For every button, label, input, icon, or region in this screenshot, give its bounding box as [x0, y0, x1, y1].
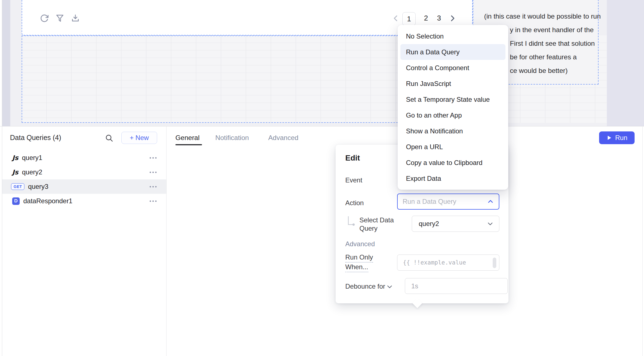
menu-item-export-data[interactable]: Export Data — [400, 171, 505, 186]
debounce-input[interactable] — [405, 278, 508, 294]
data-query-select-value: query2 — [419, 220, 439, 228]
pagination-prev-icon[interactable] — [392, 14, 400, 22]
action-select-dropdown-menu: No Selection Run a Data Query Control a … — [398, 25, 508, 190]
action-select[interactable]: Run a Data Query — [397, 194, 499, 210]
chevron-down-icon[interactable] — [386, 283, 393, 290]
query-name: query2 — [22, 168, 42, 176]
chevron-up-icon — [487, 198, 494, 205]
js-badge: Js — [12, 154, 18, 161]
note-line-1: (in this case it would be possible to ru… — [484, 12, 601, 21]
canvas-left-margin — [2, 0, 10, 126]
canvas-right-margin — [607, 0, 644, 126]
menu-item-set-temporary-state[interactable]: Set a Temporary State value — [400, 91, 505, 107]
popover-title: Edit — [345, 154, 360, 162]
query-list-item-query1[interactable]: Js query1 — [2, 151, 166, 165]
search-icon[interactable] — [105, 134, 114, 143]
run-only-when-input[interactable]: {{ !!example.value — [397, 255, 499, 271]
tab-advanced[interactable]: Advanced — [268, 134, 298, 142]
data-query-select[interactable]: query2 — [412, 216, 499, 232]
event-label: Event — [345, 176, 362, 184]
run-only-when-placeholder: {{ !!example.value — [403, 259, 466, 266]
note-line-5: ce would be better) — [510, 67, 568, 75]
get-badge: GET — [11, 183, 24, 190]
menu-item-no-selection[interactable]: No Selection — [400, 28, 505, 44]
data-queries-title: Data Queries (4) — [10, 134, 61, 142]
play-icon — [606, 135, 612, 141]
new-query-button[interactable]: + New — [121, 132, 157, 144]
run-only-when-label-line1: Run Only — [345, 253, 373, 263]
query-options-icon[interactable] — [150, 157, 157, 159]
menu-item-control-a-component[interactable]: Control a Component — [400, 60, 505, 76]
menu-item-run-javascript[interactable]: Run JavaScript — [400, 76, 505, 91]
select-data-query-label-line1: Select Data — [359, 216, 394, 224]
tree-branch-icon — [347, 216, 356, 228]
action-label: Action — [345, 199, 364, 207]
download-icon[interactable] — [71, 14, 80, 23]
menu-item-show-notification[interactable]: Show a Notification — [400, 123, 505, 139]
menu-item-run-a-data-query[interactable]: Run a Data Query — [400, 44, 505, 60]
select-data-query-label-line2: Query — [359, 225, 377, 232]
datasource-badge: D — [12, 197, 20, 205]
query-name: query3 — [28, 183, 48, 190]
panel-right-divider — [642, 126, 643, 356]
sidebar-divider — [166, 126, 167, 356]
note-line-4: be for other features a — [510, 53, 577, 61]
query-options-icon[interactable] — [150, 172, 157, 173]
run-button-label: Run — [615, 134, 627, 142]
run-query-button[interactable]: Run — [599, 131, 635, 144]
note-line-2: y in the event handler of the — [510, 26, 594, 34]
debounce-label: Debounce for — [345, 283, 385, 290]
left-edge-divider — [2, 0, 2, 356]
chevron-down-icon — [487, 220, 494, 227]
active-tab-underline — [175, 144, 202, 145]
query-list-item-dataresponder1[interactable]: D dataResponder1 — [2, 194, 166, 208]
note-line-3: First I didnt see that solution — [510, 39, 595, 48]
menu-item-go-to-other-app[interactable]: Go to an other App — [400, 107, 505, 123]
refresh-icon[interactable] — [40, 14, 49, 23]
filter-icon[interactable] — [55, 14, 65, 23]
menu-item-copy-to-clipboard[interactable]: Copy a value to Clipboard — [400, 155, 505, 171]
tab-general[interactable]: General — [175, 134, 200, 142]
query-options-icon[interactable] — [150, 200, 157, 202]
query-name: query1 — [22, 154, 42, 162]
action-select-placeholder: Run a Data Query — [403, 198, 456, 205]
js-badge: Js — [12, 169, 18, 176]
query-list-item-query3[interactable]: GET query3 — [2, 179, 166, 194]
input-scrollbar — [493, 258, 496, 268]
pagination-page-current[interactable]: 1 — [402, 12, 416, 26]
menu-item-open-a-url[interactable]: Open a URL — [400, 139, 505, 155]
query-options-icon[interactable] — [150, 186, 157, 187]
advanced-section-label: Advanced — [345, 240, 375, 248]
app-canvas: 1 2 3 (in this case it would be possible… — [0, 0, 644, 126]
tab-notification[interactable]: Notification — [215, 134, 249, 142]
pagination-next-icon[interactable] — [448, 14, 457, 22]
pagination-page-2[interactable]: 2 — [424, 14, 428, 22]
query-name: dataResponder1 — [23, 197, 72, 205]
query-list-item-query2[interactable]: Js query2 — [2, 165, 166, 179]
pagination-page-3[interactable]: 3 — [437, 14, 441, 22]
run-only-when-label-line2: When... — [345, 263, 368, 272]
